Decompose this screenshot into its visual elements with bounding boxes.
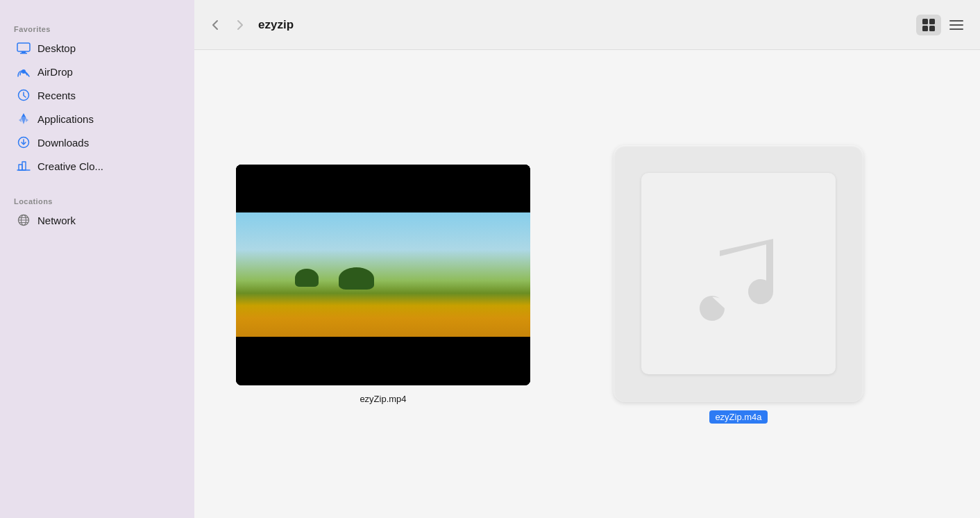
svg-rect-2 bbox=[20, 53, 27, 54]
music-outer-container bbox=[614, 145, 863, 402]
sidebar-item-recents[interactable]: Recents bbox=[6, 84, 189, 106]
desktop-icon bbox=[17, 41, 31, 55]
svg-rect-10 bbox=[922, 26, 928, 31]
folder-title: ezyzip bbox=[258, 18, 916, 32]
file-m4a-label: ezyZip.m4a bbox=[709, 410, 767, 424]
favorites-section-label: Favorites bbox=[0, 19, 194, 36]
video-thumbnail bbox=[236, 165, 530, 385]
svg-rect-1 bbox=[22, 51, 26, 53]
forward-button[interactable] bbox=[229, 15, 250, 35]
network-icon bbox=[17, 213, 31, 227]
video-thumb-inner bbox=[236, 165, 530, 385]
view-list-button[interactable] bbox=[944, 15, 969, 35]
file-content-area: ezyZip.mp4 ezyZip.m4a bbox=[194, 50, 980, 518]
sidebar-item-creative-cloud-label: Creative Clo... bbox=[37, 160, 103, 172]
sidebar-item-downloads[interactable]: Downloads bbox=[6, 131, 189, 153]
sidebar-item-creative-cloud[interactable]: Creative Clo... bbox=[6, 155, 189, 177]
sidebar-item-recents-label: Recents bbox=[37, 90, 76, 101]
sidebar-item-desktop-label: Desktop bbox=[37, 42, 76, 54]
sidebar-item-airdrop-label: AirDrop bbox=[37, 66, 73, 78]
music-inner-container bbox=[641, 173, 836, 374]
recents-icon bbox=[17, 88, 31, 102]
toolbar: ezyzip bbox=[194, 0, 980, 50]
sidebar: Favorites Desktop AirDrop bbox=[0, 0, 194, 518]
music-note-icon bbox=[683, 218, 794, 329]
svg-rect-8 bbox=[922, 19, 928, 24]
applications-icon bbox=[17, 112, 31, 126]
svg-rect-0 bbox=[17, 43, 30, 51]
file-mp4-label: ezyZip.mp4 bbox=[360, 394, 406, 404]
sidebar-item-applications[interactable]: Applications bbox=[6, 108, 189, 130]
sidebar-item-downloads-label: Downloads bbox=[37, 137, 89, 149]
main-area: ezyzip bbox=[194, 0, 980, 518]
svg-rect-9 bbox=[929, 19, 935, 24]
video-bottom-bar bbox=[236, 337, 530, 385]
sidebar-item-applications-label: Applications bbox=[37, 113, 94, 125]
video-scene bbox=[236, 212, 530, 336]
svg-rect-11 bbox=[929, 26, 935, 31]
airdrop-icon bbox=[17, 65, 31, 78]
sidebar-item-desktop[interactable]: Desktop bbox=[6, 37, 189, 59]
sidebar-item-network-label: Network bbox=[37, 215, 76, 226]
view-controls bbox=[916, 15, 969, 35]
file-item-m4a[interactable]: ezyZip.m4a bbox=[614, 145, 863, 424]
back-button[interactable] bbox=[205, 15, 226, 35]
file-item-mp4[interactable]: ezyZip.mp4 bbox=[236, 165, 530, 404]
sidebar-item-network[interactable]: Network bbox=[6, 209, 189, 231]
locations-section-label: Locations bbox=[0, 192, 194, 208]
creative-cloud-icon bbox=[17, 159, 31, 173]
downloads-icon bbox=[17, 135, 31, 149]
view-grid-button[interactable] bbox=[916, 15, 941, 35]
video-top-bar bbox=[236, 165, 530, 213]
sidebar-item-airdrop[interactable]: AirDrop bbox=[6, 60, 189, 83]
